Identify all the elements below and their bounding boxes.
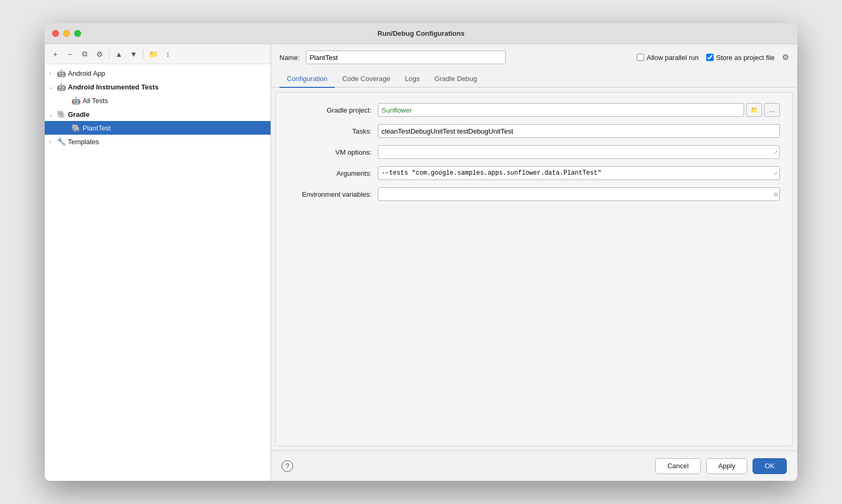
- vm-options-input[interactable]: [378, 145, 780, 159]
- tree-item-gradle[interactable]: ⌄ 🐘 Gradle: [45, 107, 270, 121]
- arguments-input[interactable]: [378, 166, 780, 180]
- name-label: Name:: [279, 54, 299, 62]
- left-panel: + − ⧉ ⚙ ▲ ▼ 📁 ↕ › 🤖 Android App: [45, 44, 271, 481]
- planttest-icon: 🐘: [71, 123, 81, 133]
- dialog-title: Run/Debug Configurations: [377, 29, 464, 37]
- arguments-label: Arguments:: [288, 169, 378, 177]
- header-options: Allow parallel run Store as project file…: [637, 53, 789, 62]
- apply-button[interactable]: Apply: [706, 458, 748, 474]
- action-buttons: Cancel Apply OK: [655, 458, 787, 474]
- cancel-button[interactable]: Cancel: [655, 458, 700, 474]
- window-controls: [52, 30, 81, 37]
- title-bar: Run/Debug Configurations: [45, 23, 797, 44]
- move-up-button[interactable]: ▲: [113, 48, 125, 61]
- left-toolbar: + − ⧉ ⚙ ▲ ▼ 📁 ↕: [45, 44, 270, 64]
- vm-options-row: VM options: ⤢: [288, 145, 780, 159]
- vm-options-label: VM options:: [288, 148, 378, 156]
- run-debug-dialog: Run/Debug Configurations + − ⧉ ⚙ ▲ ▼ 📁 ↕: [45, 23, 797, 481]
- gradle-project-input[interactable]: [378, 103, 744, 117]
- allow-parallel-checkbox[interactable]: [637, 54, 644, 61]
- folder-button[interactable]: 📁: [147, 48, 159, 61]
- tree-item-label: Android App: [68, 69, 266, 77]
- maximize-button[interactable]: [74, 30, 81, 37]
- gradle-project-folder-button[interactable]: 📁: [746, 103, 762, 117]
- env-variables-label: Environment variables:: [288, 190, 378, 198]
- chevron-down-icon: ⌄: [49, 112, 56, 117]
- dialog-body: + − ⧉ ⚙ ▲ ▼ 📁 ↕ › 🤖 Android App: [45, 44, 797, 481]
- tree-item-templates[interactable]: › 🔧 Templates: [45, 135, 270, 148]
- tree-item-label: Templates: [68, 138, 266, 146]
- tab-logs[interactable]: Logs: [397, 70, 427, 88]
- tasks-row: Tasks:: [288, 124, 780, 138]
- tasks-controls: [378, 124, 780, 138]
- store-project-checkbox[interactable]: [706, 54, 714, 61]
- tree-item-all-tests[interactable]: 🤖 All Tests: [45, 94, 270, 107]
- move-down-button[interactable]: ▼: [127, 48, 140, 61]
- allow-parallel-label: Allow parallel run: [647, 54, 699, 62]
- right-panel: Name: Allow parallel run Store as projec…: [271, 44, 797, 481]
- close-button[interactable]: [52, 30, 59, 37]
- tree-item-label: Android Instrumented Tests: [68, 83, 266, 91]
- vm-options-input-wrapper: ⤢: [378, 145, 780, 159]
- copy-button[interactable]: ⧉: [78, 48, 91, 61]
- tree-item-android-instrumented-tests[interactable]: ⌄ 🤖 Android Instrumented Tests: [45, 80, 270, 94]
- minimize-button[interactable]: [63, 30, 70, 37]
- help-button[interactable]: ?: [282, 460, 293, 472]
- tab-gradle-debug[interactable]: Gradle Debug: [427, 70, 485, 88]
- header-bar: Name: Allow parallel run Store as projec…: [271, 44, 797, 70]
- sort-button[interactable]: ↕: [162, 48, 174, 61]
- env-variables-row: Environment variables: ⊞: [288, 187, 780, 201]
- gradle-project-row: Gradle project: 📁 …: [288, 103, 780, 117]
- tab-configuration[interactable]: Configuration: [279, 70, 335, 88]
- bottom-bar: ? Cancel Apply OK: [271, 450, 797, 481]
- arguments-input-wrapper: ⤢: [378, 166, 780, 180]
- tree-item-label: Gradle: [68, 110, 266, 118]
- chevron-right-icon: ›: [49, 139, 56, 145]
- tree-item-android-app[interactable]: › 🤖 Android App: [45, 66, 270, 80]
- ok-button[interactable]: OK: [753, 458, 787, 474]
- tree-item-label: All Tests: [83, 97, 266, 105]
- all-tests-icon: 🤖: [71, 96, 81, 105]
- tabs-bar: Configuration Code Coverage Logs Gradle …: [271, 70, 797, 88]
- configurations-tree: › 🤖 Android App ⌄ 🤖 Android Instrumented…: [45, 64, 270, 481]
- env-variables-input[interactable]: [378, 187, 780, 201]
- settings-button[interactable]: ⚙: [93, 48, 106, 61]
- gradle-project-label: Gradle project:: [288, 106, 378, 114]
- gear-icon[interactable]: ⚙: [782, 53, 789, 62]
- tree-item-planttest[interactable]: 🐘 PlantTest: [45, 121, 270, 135]
- separator2: [143, 49, 144, 59]
- ellipsis-icon: …: [769, 106, 775, 114]
- gradle-project-controls: 📁 …: [378, 103, 780, 117]
- arguments-row: Arguments: ⤢: [288, 166, 780, 180]
- add-button[interactable]: +: [49, 48, 62, 61]
- tab-code-coverage[interactable]: Code Coverage: [335, 70, 397, 88]
- configuration-panel: Gradle project: 📁 … Tasks:: [275, 92, 793, 446]
- env-variables-controls: ⊞: [378, 187, 780, 201]
- allow-parallel-group: Allow parallel run: [637, 54, 699, 62]
- templates-icon: 🔧: [56, 137, 66, 146]
- chevron-right-icon: ›: [49, 70, 56, 76]
- android-instrumented-icon: 🤖: [56, 82, 66, 92]
- store-project-label: Store as project file: [716, 54, 775, 62]
- vm-options-controls: ⤢: [378, 145, 780, 159]
- chevron-down-icon: ⌄: [49, 84, 56, 90]
- tree-item-label: PlantTest: [83, 124, 266, 132]
- tasks-label: Tasks:: [288, 127, 378, 135]
- arguments-controls: ⤢: [378, 166, 780, 180]
- tasks-input[interactable]: [378, 124, 780, 138]
- separator: [109, 49, 109, 59]
- gradle-icon: 🐘: [56, 109, 66, 119]
- gradle-project-ellipsis-button[interactable]: …: [764, 103, 780, 117]
- env-variables-input-wrapper: ⊞: [378, 187, 780, 201]
- android-app-icon: 🤖: [56, 68, 66, 78]
- folder-icon: 📁: [750, 106, 758, 114]
- name-input[interactable]: [306, 51, 506, 64]
- store-project-group: Store as project file: [706, 54, 775, 62]
- remove-button[interactable]: −: [64, 48, 76, 61]
